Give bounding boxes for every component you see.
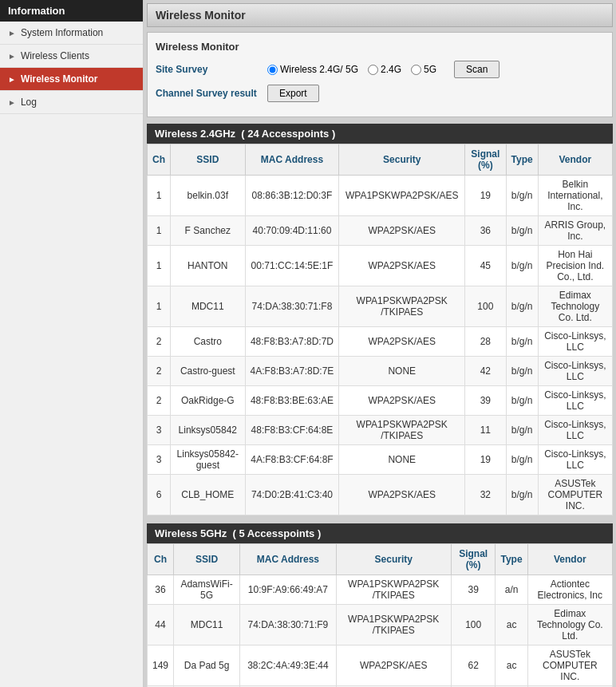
cell-ssid: CLB_HOME — [171, 475, 246, 515]
radio-group: Wireless 2.4G/ 5G 2.4G 5G Scan — [267, 61, 500, 78]
cell-security: WPA2PSK/AES — [339, 386, 465, 416]
wireless-5ghz-count: 5 Accesspoints — [239, 527, 314, 539]
cell-vendor: Edimax Technology Co. Ltd. — [527, 605, 612, 646]
main-content: Wireless Monitor Wireless Monitor Site S… — [144, 0, 616, 687]
cell-vendor: Hon Hai Precision Ind. Co., Ltd. — [538, 246, 612, 286]
cell-ch: 2 — [148, 386, 171, 416]
scan-button[interactable]: Scan — [454, 61, 500, 78]
cell-ssid: HANTON — [171, 246, 246, 286]
channel-survey-label: Channel Survey result — [156, 88, 267, 99]
radio-both-text: Wireless 2.4G/ 5G — [280, 64, 358, 75]
sidebar: Information ► System Information ► Wirel… — [0, 0, 144, 687]
radio-both[interactable] — [267, 65, 278, 75]
wireless-24ghz-tbody: 1belkin.03f08:86:3B:12:D0:3FWPA1PSKWPA2P… — [148, 176, 613, 515]
cell-signal: 11 — [465, 416, 506, 445]
cell-security: WPA1PSKWPA2PSK /TKIPAES — [339, 286, 465, 327]
cell-mac: 4A:F8:B3:CF:64:8F — [245, 445, 339, 475]
cell-type: b/g/n — [506, 246, 538, 286]
arrow-icon: ► — [8, 98, 16, 107]
radio-2g-text: 2.4G — [381, 64, 401, 75]
table-row: 6CLB_HOME74:D0:2B:41:C3:40WPA2PSK/AES32b… — [148, 475, 613, 515]
cell-ssid: Da Pad 5g — [174, 646, 240, 686]
cell-type: b/g/n — [506, 327, 538, 357]
cell-ssid: MDC11 — [174, 605, 240, 646]
sidebar-item-system-information[interactable]: ► System Information — [0, 22, 143, 45]
cell-vendor: Cisco-Linksys, LLC — [538, 357, 612, 386]
cell-ssid: Linksys05842-guest — [171, 445, 246, 475]
cell-mac: 10:9F:A9:66:49:A7 — [240, 575, 336, 605]
cell-vendor: Cisco-Linksys, LLC — [538, 416, 612, 445]
cell-vendor: Cisco-Linksys, LLC — [538, 445, 612, 475]
radio-5g-label[interactable]: 5G — [411, 64, 436, 75]
cell-mac: 38:2C:4A:49:3E:44 — [240, 646, 336, 686]
table-row: 1belkin.03f08:86:3B:12:D0:3FWPA1PSKWPA2P… — [148, 176, 613, 216]
cell-ssid: MDC11 — [171, 286, 246, 327]
site-survey-row: Site Survey Wireless 2.4G/ 5G 2.4G 5G Sc… — [156, 61, 604, 78]
cell-vendor: ASUSTek COMPUTER INC. — [527, 646, 612, 686]
cell-type: a/n — [496, 575, 527, 605]
wireless-5ghz-thead: Ch SSID MAC Address Security Signal (%) … — [148, 544, 613, 575]
cell-ssid: Linksys05842 — [171, 416, 246, 445]
cell-type: b/g/n — [506, 445, 538, 475]
cell-security: WPA2PSK/AES — [339, 246, 465, 286]
cell-ch: 2 — [148, 357, 171, 386]
wireless-24ghz-header: Wireless 2.4GHz ( 24 Accesspoints ) — [147, 124, 613, 144]
col-type: Type — [496, 544, 527, 575]
table-row: 44MDC1174:DA:38:30:71:F9WPA1PSKWPA2PSK /… — [148, 605, 613, 646]
page-header: Wireless Monitor — [147, 3, 613, 27]
cell-mac: 48:F8:B3:BE:63:AE — [245, 386, 339, 416]
cell-ch: 2 — [148, 327, 171, 357]
cell-mac: 00:71:CC:14:5E:1F — [245, 246, 339, 286]
wireless-monitor-card: Wireless Monitor Site Survey Wireless 2.… — [147, 32, 613, 117]
col-signal: Signal (%) — [465, 144, 506, 176]
export-button[interactable]: Export — [267, 85, 319, 102]
cell-signal: 39 — [465, 386, 506, 416]
wireless-24ghz-thead: Ch SSID MAC Address Security Signal (%) … — [148, 144, 613, 176]
cell-signal: 28 — [465, 327, 506, 357]
radio-both-label[interactable]: Wireless 2.4G/ 5G — [267, 64, 358, 75]
sidebar-item-wireless-monitor[interactable]: ► Wireless Monitor — [0, 68, 143, 91]
cell-vendor: ASUSTek COMPUTER INC. — [538, 475, 612, 515]
cell-ssid: F Sanchez — [171, 216, 246, 246]
cell-signal: 42 — [465, 357, 506, 386]
col-vendor: Vendor — [538, 144, 612, 176]
sidebar-item-log[interactable]: ► Log — [0, 91, 143, 114]
cell-ch: 1 — [148, 216, 171, 246]
cell-signal: 100 — [465, 286, 506, 327]
cell-mac: 74:DA:38:30:71:F9 — [240, 605, 336, 646]
table-row: 2Castro-guest4A:F8:B3:A7:8D:7ENONE42b/g/… — [148, 357, 613, 386]
sidebar-item-wireless-clients[interactable]: ► Wireless Clients — [0, 45, 143, 68]
cell-security: WPA2PSK/AES — [339, 216, 465, 246]
radio-2g-label[interactable]: 2.4G — [368, 64, 401, 75]
cell-ch: 6 — [148, 475, 171, 515]
radio-5g[interactable] — [411, 65, 421, 75]
cell-signal: 45 — [465, 246, 506, 286]
wireless-24ghz-section: Wireless 2.4GHz ( 24 Accesspoints ) Ch S… — [147, 124, 613, 515]
wireless-5ghz-title: Wireless 5GHz — [155, 527, 227, 539]
cell-security: WPA2PSK/AES — [339, 475, 465, 515]
cell-type: b/g/n — [506, 386, 538, 416]
cell-ch: 3 — [148, 416, 171, 445]
cell-ch: 149 — [148, 646, 174, 686]
radio-2g[interactable] — [368, 65, 378, 75]
site-survey-label: Site Survey — [156, 64, 267, 75]
arrow-icon: ► — [8, 52, 16, 61]
cell-type: b/g/n — [506, 286, 538, 327]
table-row: 149Da Pad 5g38:2C:4A:49:3E:44WPA2PSK/AES… — [148, 646, 613, 686]
cell-security: WPA2PSK/AES — [339, 327, 465, 357]
table-row: 1F Sanchez40:70:09:4D:11:60WPA2PSK/AES36… — [148, 216, 613, 246]
cell-type: ac — [496, 605, 527, 646]
cell-ssid: Castro — [171, 327, 246, 357]
cell-type: b/g/n — [506, 216, 538, 246]
cell-vendor: Cisco-Linksys, LLC — [538, 386, 612, 416]
cell-mac: 40:70:09:4D:11:60 — [245, 216, 339, 246]
cell-ch: 1 — [148, 246, 171, 286]
table-row: 2Castro48:F8:B3:A7:8D:7DWPA2PSK/AES28b/g… — [148, 327, 613, 357]
cell-mac: 48:F8:B3:A7:8D:7D — [245, 327, 339, 357]
wireless-5ghz-section: Wireless 5GHz ( 5 Accesspoints ) Ch SSID… — [147, 523, 613, 687]
col-mac: MAC Address — [240, 544, 336, 575]
cell-ssid: AdamsWiFi-5G — [174, 575, 240, 605]
cell-mac: 4A:F8:B3:A7:8D:7E — [245, 357, 339, 386]
cell-security: NONE — [339, 445, 465, 475]
cell-ch: 36 — [148, 575, 174, 605]
